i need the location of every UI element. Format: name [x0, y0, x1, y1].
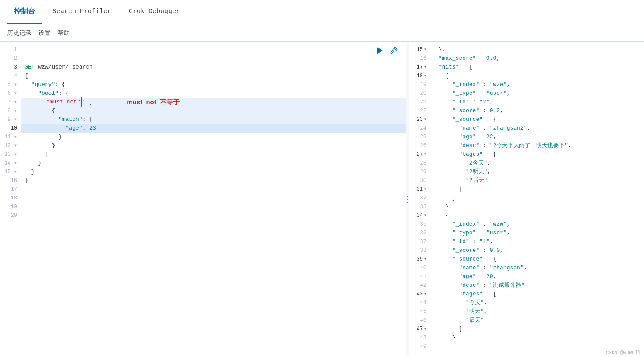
code-line-20: [21, 211, 406, 220]
code-line-12: }: [21, 141, 406, 150]
editor-line-numbers: 1 2 3 4 5 ▾ 6 ▾ 7 ▾ 8 ▾ 9 ▾ 10 11 ▾ 12 ▾…: [0, 42, 21, 357]
code-line-15: }: [21, 168, 406, 176]
tab-search-profiler-label: Search Profiler: [52, 8, 111, 15]
editor-content[interactable]: 1 2 3 4 5 ▾ 6 ▾ 7 ▾ 8 ▾ 9 ▾ 10 11 ▾ 12 ▾…: [0, 42, 406, 357]
output-code: }, "max_score" : 0.0, "hits" : [ { "_ind…: [430, 42, 644, 357]
out-line-40: "name" : "zhangsan",: [430, 264, 644, 272]
out-line-44: "今天",: [430, 299, 644, 307]
code-line-4: {: [21, 72, 406, 80]
code-line-11: }: [21, 133, 406, 141]
out-line-49: [430, 342, 644, 351]
tab-console-label: 控制台: [14, 7, 35, 16]
out-line-21: "_id" : "2",: [430, 98, 644, 106]
code-line-19: [21, 203, 406, 211]
out-line-18: {: [430, 72, 644, 80]
out-line-26: "desc" : "2今天下大雨了，明天也要下",: [430, 141, 644, 150]
code-line-9: "match": {: [21, 115, 406, 124]
editor-code-area[interactable]: GET wzw/user/_search { "query": { "bool"…: [21, 42, 406, 357]
toolbar-history[interactable]: 历史记录: [7, 29, 31, 37]
tab-search-profiler[interactable]: Search Profiler: [45, 0, 118, 24]
out-line-25: "age" : 22,: [430, 133, 644, 141]
toolbar-help[interactable]: 帮助: [58, 29, 70, 37]
code-line-2: [21, 54, 406, 63]
svg-marker-0: [377, 48, 382, 54]
out-line-29: "2明天",: [430, 168, 644, 176]
out-line-36: "_type" : "user",: [430, 229, 644, 237]
code-line-3: GET wzw/user/_search: [21, 63, 406, 72]
code-line-13: ]: [21, 150, 406, 159]
out-line-24: "name" : "zhangsan2",: [430, 124, 644, 133]
code-line-7: "must_not": [ must_not 不等于: [21, 98, 406, 106]
main-layout: 1 2 3 4 5 ▾ 6 ▾ 7 ▾ 8 ▾ 9 ▾ 10 11 ▾ 12 ▾…: [0, 42, 644, 357]
toolbar-settings[interactable]: 设置: [38, 29, 51, 37]
tab-console[interactable]: 控制台: [7, 0, 42, 24]
out-line-31: ]: [430, 185, 644, 194]
out-line-30: "2后天": [430, 176, 644, 185]
out-line-47: ]: [430, 325, 644, 333]
toolbar: 历史记录 设置 帮助: [0, 24, 644, 42]
out-line-41: "age" : 20,: [430, 272, 644, 281]
out-line-42: "desc" : "测试服务器",: [430, 281, 644, 290]
out-line-38: "_score" : 0.0,: [430, 246, 644, 255]
top-navigation: 控制台 Search Profiler Grok Debugger: [0, 0, 644, 24]
out-line-37: "_id" : "1",: [430, 237, 644, 246]
out-line-20: "_type" : "user",: [430, 89, 644, 98]
out-line-39: "_source" : {: [430, 255, 644, 264]
code-line-10: "age": 23: [21, 124, 406, 133]
run-button[interactable]: [374, 45, 385, 56]
out-line-33: },: [430, 203, 644, 211]
code-line-16: }: [21, 176, 406, 185]
out-line-48: }: [430, 333, 644, 342]
wrench-icon[interactable]: [388, 45, 399, 56]
code-line-18: [21, 194, 406, 203]
out-line-19: "_index" : "wzw",: [430, 80, 644, 89]
out-line-34: {: [430, 211, 644, 220]
out-line-27: "tages" : [: [430, 150, 644, 159]
code-line-17: [21, 185, 406, 194]
out-line-16: "max_score" : 0.0,: [430, 54, 644, 63]
tab-grok-debugger[interactable]: Grok Debugger: [122, 0, 187, 24]
out-line-15: },: [430, 45, 644, 54]
output-content: 15 ▾ 16 17 ▾ 18 ▾ 19 20 21 22 23 ▾ 24 25…: [409, 42, 644, 357]
out-line-32: }: [430, 194, 644, 203]
editor-panel: 1 2 3 4 5 ▾ 6 ▾ 7 ▾ 8 ▾ 9 ▾ 10 11 ▾ 12 ▾…: [0, 42, 406, 357]
watermark: CSDN @WuWull: [606, 350, 641, 355]
out-line-23: "_source" : {: [430, 115, 644, 124]
out-line-22: "_score" : 0.0,: [430, 106, 644, 115]
code-line-6: "bool": {: [21, 89, 406, 98]
output-line-numbers: 15 ▾ 16 17 ▾ 18 ▾ 19 20 21 22 23 ▾ 24 25…: [409, 42, 430, 357]
code-line-14: }: [21, 159, 406, 168]
out-line-45: "明天",: [430, 307, 644, 316]
output-panel: 15 ▾ 16 17 ▾ 18 ▾ 19 20 21 22 23 ▾ 24 25…: [409, 42, 644, 357]
out-line-28: "2今天",: [430, 159, 644, 168]
tab-grok-debugger-label: Grok Debugger: [129, 8, 180, 15]
editor-actions: [374, 45, 399, 56]
out-line-46: "后天": [430, 316, 644, 325]
code-line-5: "query": {: [21, 80, 406, 89]
out-line-35: "_index" : "wzw",: [430, 220, 644, 229]
code-line-1: [21, 45, 406, 54]
out-line-43: "tages" : [: [430, 290, 644, 299]
code-line-8: {: [21, 106, 406, 115]
out-line-17: "hits" : [: [430, 63, 644, 72]
